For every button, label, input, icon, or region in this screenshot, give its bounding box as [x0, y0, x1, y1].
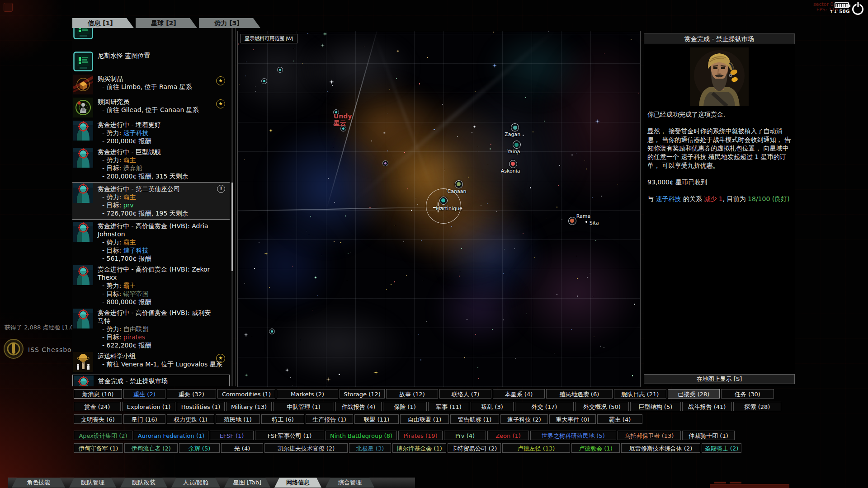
filter-button[interactable]: 特工 (6): [261, 414, 304, 424]
mission-item[interactable]: [72, 28, 230, 49]
star-system-icon[interactable]: [568, 217, 576, 225]
filter-button[interactable]: 警告航标 (1): [450, 414, 499, 424]
filter-button[interactable]: 保险 (1): [383, 402, 427, 411]
map-star: [404, 152, 405, 153]
top-tab[interactable]: 信息 [1]: [72, 18, 134, 28]
filter-button[interactable]: 厄雷修斯技术综合体 (2): [621, 443, 700, 453]
filter-button[interactable]: 权力更迭 (1): [167, 414, 214, 424]
mission-item[interactable]: 运送科学小组- 前往 Venera M-1, 位于 Lugovalos 星系★: [72, 352, 230, 372]
mission-item[interactable]: 赏金完成 - 禁止操纵市场- 93,000¢ 已收到: [72, 375, 230, 386]
filter-button[interactable]: Zeon (1): [487, 431, 529, 440]
map-sparkle: [269, 129, 273, 132]
filter-button[interactable]: 卢德教会 (1): [571, 443, 620, 453]
bottom-tab[interactable]: 人员/船舱 [I]: [171, 478, 220, 488]
mission-item[interactable]: 赏金进行中 - 高价值赏金 (HVB): Zekor Thexx- 势力: 霸主…: [72, 265, 230, 306]
filter-button[interactable]: 重大事件 (0): [549, 414, 596, 424]
mission-item[interactable]: 尼斯水怪 蓝图位置: [72, 51, 230, 72]
filter-button[interactable]: 生产报告 (1): [306, 414, 353, 424]
filter-button[interactable]: 文明丧失 (6): [74, 414, 122, 424]
mission-item[interactable]: 赏金进行中 - 高价值赏金 (HVB): 威利安 马特- 势力: 自由联盟- 目…: [72, 308, 230, 349]
filter-button[interactable]: 光 (4): [221, 443, 263, 453]
star-system-icon[interactable]: [439, 197, 448, 205]
star-system-icon[interactable]: [455, 180, 463, 188]
filter-button[interactable]: Pirates (19): [398, 431, 443, 440]
filter-button[interactable]: 巨型结构 (5): [630, 402, 681, 411]
bottom-tab[interactable]: 综合管理 [D]: [326, 478, 374, 488]
filter-button[interactable]: Military (13): [226, 402, 272, 411]
bottom-tab[interactable]: 舰队管理 [F]: [69, 478, 116, 488]
bottom-tab[interactable]: 网络信息 [E]: [274, 478, 321, 488]
filter-button[interactable]: 故事 (12): [386, 389, 438, 399]
bottom-tab[interactable]: 星图 [Tab]: [224, 478, 270, 488]
filter-button[interactable]: 军事 (11): [428, 402, 469, 411]
list-scrollbar-thumb[interactable]: [231, 183, 233, 271]
filter-button[interactable]: 伊甸流亡者 (2): [124, 443, 178, 453]
star-system-dot[interactable]: [585, 221, 587, 223]
power-icon[interactable]: [852, 4, 863, 15]
filter-button[interactable]: Exploration (1): [122, 402, 175, 411]
filter-button[interactable]: 霸主 (4): [597, 414, 642, 424]
bottom-tab[interactable]: 角色技能: [12, 478, 65, 488]
show-on-map-button[interactable]: 在地图上显示 [S]: [644, 374, 795, 384]
filter-button[interactable]: 星门 (16): [123, 414, 165, 424]
filter-button[interactable]: 已接受 (28): [668, 389, 720, 399]
filter-button[interactable]: 外交 (17): [515, 402, 574, 411]
filter-button[interactable]: FSF军事公司 (1): [255, 431, 324, 440]
intel-list-panel: 尼斯水怪 蓝图位置购买制品- 前往 Limbo, 位于 Rama 星系★赎回研究…: [72, 28, 233, 386]
filter-button[interactable]: 赏金 (24): [74, 402, 121, 411]
filter-button[interactable]: 余辉 (5): [179, 443, 220, 453]
filter-button[interactable]: 凯尔捷夫技术官僚 (2): [264, 443, 348, 453]
star-system-icon[interactable]: [509, 160, 517, 168]
filter-button[interactable]: 卡特贸易公司 (2): [448, 443, 501, 453]
filter-button[interactable]: 仲裁骑士团 (1): [682, 431, 735, 440]
filter-button[interactable]: 博尔肯基金会 (1): [392, 443, 446, 453]
filter-button[interactable]: 联络人 (7): [439, 389, 491, 399]
filter-button[interactable]: Markets (2): [277, 389, 338, 399]
filter-button[interactable]: 本星系 (4): [493, 389, 545, 399]
filter-button[interactable]: Storage (12): [340, 389, 385, 399]
filter-button[interactable]: Hostilities (1): [177, 402, 225, 411]
filter-button[interactable]: 叛乱 (3): [471, 402, 514, 411]
filter-button[interactable]: 作战报告 (4): [335, 402, 382, 411]
filter-button[interactable]: 乌托邦保卫者 (13): [618, 431, 681, 440]
filter-button[interactable]: 重生 (2): [123, 389, 165, 399]
filter-button[interactable]: 世界之树科研殖民地 (5): [530, 431, 616, 440]
filter-button[interactable]: 北极星 (3): [349, 443, 391, 453]
filter-button[interactable]: 战斗报告 (41): [682, 402, 732, 411]
filter-button[interactable]: EFSF (1): [210, 431, 254, 440]
filter-button[interactable]: 探索 (28): [733, 402, 781, 411]
top-tab[interactable]: 星球 [2]: [136, 18, 197, 28]
filter-button[interactable]: 圣殿骑士 (2): [702, 443, 741, 453]
mission-item[interactable]: 赏金进行中 - 巨型战舰- 势力: 霸主- 目标: 遗弃船- 200,000¢ …: [72, 147, 230, 180]
map-star: [604, 347, 604, 348]
filter-button[interactable]: 殖民地 (1): [216, 414, 260, 424]
mission-item[interactable]: 赏金进行中 - 埋着更好- 势力: 速子科技- 200,000¢ 报酬: [72, 120, 230, 145]
bottom-tab[interactable]: 舰队改装 [R]: [120, 478, 167, 488]
filter-button[interactable]: Prv (4): [444, 431, 486, 440]
filter-button[interactable]: 新消息 (10): [74, 389, 122, 399]
mission-item[interactable]: 赎回研究员- 前往 Gilead, 位于 Canaan 星系★: [72, 97, 230, 118]
mission-item[interactable]: 赏金进行中 - 第二英仙座公司- 势力: 霸主- 目标: prv- 726,70…: [72, 183, 230, 219]
mission-item[interactable]: 购买制品- 前往 Limbo, 位于 Rama 星系★: [72, 74, 230, 95]
filter-button[interactable]: 卢德左径 (13): [502, 443, 570, 453]
filter-button[interactable]: 速子科技 (2): [500, 414, 548, 424]
minor-system-icon[interactable]: [382, 160, 388, 166]
filter-button[interactable]: 中队管理 (1): [273, 402, 334, 411]
filter-button[interactable]: 舰队日志 (21): [614, 389, 666, 399]
filter-button[interactable]: 任务 (30): [721, 389, 774, 399]
filter-button[interactable]: Apex设计集团 (2): [74, 431, 132, 440]
mission-item[interactable]: 赏金进行中 - 高价值赏金 (HVB): Adria Johnston- 势力:…: [72, 221, 230, 263]
filter-button[interactable]: 伊甸守备军 (1): [74, 443, 123, 453]
filter-button[interactable]: Ninth Battlegroup (8): [326, 431, 397, 440]
filter-button[interactable]: Commodities (1): [217, 389, 275, 399]
filter-button[interactable]: Auroran Federation (1): [134, 431, 208, 440]
filter-button[interactable]: 殖民地遇袭 (6): [546, 389, 613, 399]
nebula-name-line: Undy: [334, 113, 352, 120]
filter-button[interactable]: 外交概况 (50): [575, 402, 629, 411]
star-map[interactable]: ZaganYainaAskoniaCanaanMartiniqueRamaSit…: [237, 31, 641, 387]
filter-button[interactable]: 自由联盟 (1): [400, 414, 449, 424]
filter-button[interactable]: 联盟 (11): [354, 414, 399, 424]
top-tab[interactable]: 势力 [3]: [199, 18, 260, 28]
fuel-range-button[interactable]: 显示燃料可用范围 [W]: [241, 34, 297, 43]
filter-button[interactable]: 重要 (32): [167, 389, 216, 399]
